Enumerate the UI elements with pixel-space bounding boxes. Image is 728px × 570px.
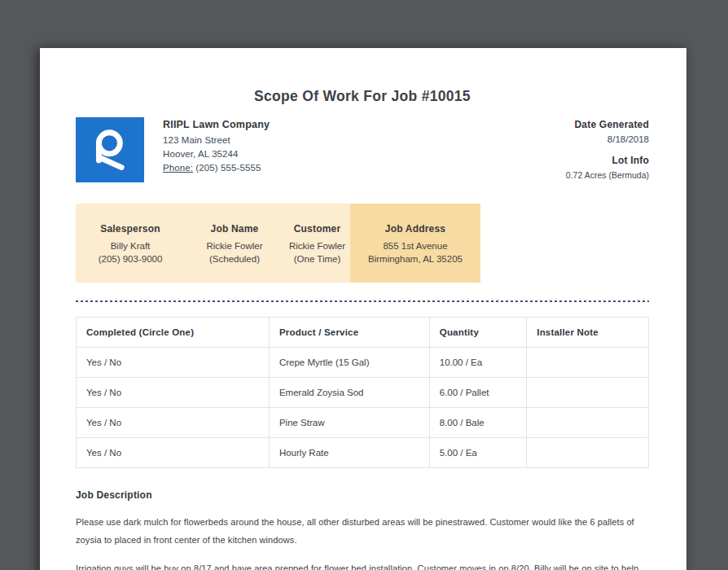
job-address-city: Birmingham, AL 35205 bbox=[350, 254, 480, 264]
cell-completed: Yes / No bbox=[77, 378, 270, 408]
table-row: Yes / No Pine Straw 8.00 / Bale bbox=[77, 408, 649, 438]
cell-completed: Yes / No bbox=[77, 348, 270, 378]
document-header: RIIPL Lawn Company 123 Main Street Hoove… bbox=[76, 117, 649, 182]
meta-block: Date Generated 8/18/2018 Lot Info 0.72 A… bbox=[566, 117, 649, 180]
cell-product: Emerald Zoysia Sod bbox=[269, 378, 429, 408]
cell-installer-note bbox=[527, 438, 649, 468]
cell-quantity: 5.00 / Ea bbox=[429, 438, 527, 468]
lot-info-label: Lot Info bbox=[566, 155, 649, 166]
job-description-label: Job Description bbox=[76, 489, 649, 501]
header-quantity: Quantity bbox=[429, 318, 527, 348]
table-header-row: Completed (Circle One) Product / Service… bbox=[77, 318, 649, 348]
dotted-divider bbox=[76, 300, 649, 302]
header-product-service: Product / Service bbox=[269, 318, 429, 348]
salesperson-phone: (205) 903-9000 bbox=[76, 254, 185, 264]
customer-name: Rickie Fowler bbox=[284, 241, 350, 251]
work-items-table: Completed (Circle One) Product / Service… bbox=[76, 317, 649, 468]
r-lettermark-icon bbox=[85, 123, 135, 177]
cell-quantity: 8.00 / Bale bbox=[429, 408, 527, 438]
job-name-label: Job Name bbox=[185, 223, 284, 235]
cell-product: Crepe Myrtle (15 Gal) bbox=[269, 348, 429, 378]
cell-product: Hourly Rate bbox=[269, 438, 429, 468]
header-installer-note: Installer Note bbox=[527, 318, 649, 348]
customer-label: Customer bbox=[284, 223, 350, 235]
job-description-section: Job Description Please use dark mulch fo… bbox=[76, 489, 649, 570]
job-bar-cell-salesperson: Salesperson Billy Kraft (205) 903-9000 bbox=[76, 204, 185, 283]
phone-number: (205) 555-5555 bbox=[195, 163, 261, 173]
page-title: Scope Of Work For Job #10015 bbox=[76, 88, 649, 105]
cell-completed: Yes / No bbox=[77, 408, 270, 438]
document-page: Scope Of Work For Job #10015 RIIPL Lawn … bbox=[40, 48, 686, 570]
company-address-line1: 123 Main Street bbox=[163, 135, 270, 145]
company-block: RIIPL Lawn Company 123 Main Street Hoove… bbox=[76, 117, 270, 182]
phone-label: Phone: bbox=[163, 163, 193, 173]
table-row: Yes / No Hourly Rate 5.00 / Ea bbox=[77, 438, 649, 468]
salesperson-name: Billy Kraft bbox=[76, 241, 185, 251]
date-generated-value: 8/18/2018 bbox=[566, 134, 649, 144]
cell-product: Pine Straw bbox=[269, 408, 429, 438]
document-content: Scope Of Work For Job #10015 RIIPL Lawn … bbox=[40, 48, 686, 570]
customer-type: (One Time) bbox=[284, 254, 350, 264]
date-generated-label: Date Generated bbox=[566, 119, 649, 130]
lot-info-value: 0.72 Acres (Bermuda) bbox=[566, 170, 649, 180]
company-address-line2: Hoover, AL 35244 bbox=[163, 149, 270, 159]
cell-quantity: 10.00 / Ea bbox=[429, 348, 527, 378]
job-info-bar: Salesperson Billy Kraft (205) 903-9000 J… bbox=[76, 204, 480, 283]
company-phone: Phone: (205) 555-5555 bbox=[163, 163, 270, 173]
company-name: RIIPL Lawn Company bbox=[163, 119, 270, 130]
cell-completed: Yes / No bbox=[77, 438, 270, 468]
job-bar-cell-job-address: Job Address 855 1st Avenue Birmingham, A… bbox=[350, 204, 480, 283]
salesperson-label: Salesperson bbox=[76, 223, 185, 235]
lot-info-group: Lot Info 0.72 Acres (Bermuda) bbox=[566, 155, 649, 180]
company-info: RIIPL Lawn Company 123 Main Street Hoove… bbox=[163, 117, 270, 177]
table-row: Yes / No Emerald Zoysia Sod 6.00 / Palle… bbox=[77, 378, 649, 408]
cell-installer-note bbox=[527, 408, 649, 438]
cell-quantity: 6.00 / Pallet bbox=[429, 378, 527, 408]
cell-installer-note bbox=[527, 348, 649, 378]
job-description-paragraph-1: Please use dark mulch for flowerbeds aro… bbox=[76, 513, 649, 549]
job-name-value: Rickie Fowler bbox=[185, 241, 284, 251]
cell-installer-note bbox=[527, 378, 649, 408]
job-description-paragraph-2: Irrigation guys will be buy on 8/17 and … bbox=[76, 559, 649, 570]
company-logo bbox=[76, 117, 144, 182]
header-completed: Completed (Circle One) bbox=[77, 318, 270, 348]
job-address-street: 855 1st Avenue bbox=[350, 241, 480, 251]
job-address-label: Job Address bbox=[350, 223, 480, 235]
date-generated-group: Date Generated 8/18/2018 bbox=[566, 119, 649, 144]
table-row: Yes / No Crepe Myrtle (15 Gal) 10.00 / E… bbox=[77, 348, 649, 378]
job-name-status: (Scheduled) bbox=[185, 254, 284, 264]
job-bar-cell-job-name: Job Name Rickie Fowler (Scheduled) bbox=[185, 204, 284, 283]
job-bar-cell-customer: Customer Rickie Fowler (One Time) bbox=[284, 204, 350, 283]
